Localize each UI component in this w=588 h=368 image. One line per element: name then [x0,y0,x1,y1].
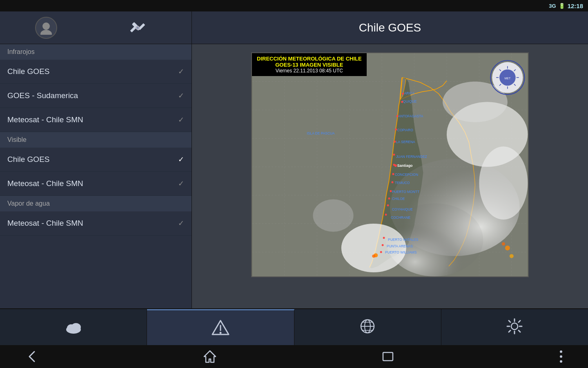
svg-line-103 [509,321,510,322]
svg-point-1 [40,30,52,35]
sidebar: InfrarojosChile GOES✓GOES - Sudamerica✓M… [0,44,192,345]
svg-text:IQUIQUE: IQUIQUE [402,99,417,103]
svg-point-73 [396,115,398,117]
svg-point-80 [390,190,392,192]
sidebar-item-label-chile-goes-vis: Chile GOES [7,155,49,164]
recent-apps-icon [381,349,395,364]
satellite-button[interactable] [119,14,156,42]
map-container: DIRECCIÓN METEOROLÓGICA DE CHILE GOES-13… [251,52,529,277]
tab-maps[interactable] [294,309,441,345]
sidebar-section-vapor-de-agua: Vapor de agua [0,196,192,211]
svg-text:PUERTO WILLIAMS: PUERTO WILLIAMS [385,250,417,254]
svg-text:COCHRANE: COCHRANE [391,215,411,220]
tab-icon-alerts [211,318,230,338]
sidebar-item-chile-goes-vis[interactable]: Chile GOES✓ [0,148,192,172]
sidebar-item-label-chile-goes-ir: Chile GOES [7,67,49,76]
svg-marker-107 [204,351,216,362]
svg-text:Santiago: Santiago [397,164,413,168]
map-date-line: Viernes 22.11.2013 08:45 UTC [257,68,362,74]
sidebar-item-check-meteosat-smn-vis: ✓ [178,179,184,188]
signal-indicator: 3G [549,3,556,9]
satellite-map-image: -10 -20 -30 -40 -50 [252,53,528,276]
sidebar-item-chile-goes-ir[interactable]: Chile GOES✓ [0,60,192,84]
svg-text:COPIARO: COPIARO [397,128,413,132]
svg-text:ARICA: ARICA [404,91,415,95]
svg-point-39 [502,242,505,246]
svg-text:ANTOFAGASTA: ANTOFAGASTA [398,114,423,118]
map-title-line2: GOES-13 IMAGEN VISIBLE [257,62,362,68]
svg-point-0 [42,22,50,30]
sidebar-item-label-meteosat-smn-ir: Meteosat - Chile SMN [7,115,83,124]
avatar[interactable] [35,17,57,39]
svg-point-83 [385,214,387,216]
svg-point-82 [387,204,389,206]
back-button[interactable] [24,349,39,364]
svg-text:MET: MET [505,77,511,80]
svg-point-34 [479,146,528,220]
svg-rect-108 [383,352,393,361]
svg-point-35 [313,199,353,231]
sidebar-item-check-meteosat-smn-ir: ✓ [178,115,184,124]
svg-text:TEMUCO: TEMUCO [395,181,410,185]
satellite-icon [127,17,148,38]
svg-point-111 [560,360,562,363]
svg-point-40 [510,254,514,258]
sidebar-item-goes-sudamerica[interactable]: GOES - Sudamerica✓ [0,84,192,108]
sidebar-section-visible: Visible [0,132,192,148]
svg-point-85 [382,244,384,246]
svg-point-6 [137,27,138,29]
time-display: 12:18 [568,2,583,9]
tab-settings[interactable] [441,309,588,345]
sidebar-item-label-goes-sudamerica: GOES - Sudamerica [7,91,78,100]
svg-point-79 [391,181,393,183]
sidebar-item-check-chile-goes-ir: ✓ [178,67,184,76]
svg-point-71 [402,93,404,95]
recent-apps-button[interactable] [381,349,395,364]
svg-point-81 [388,197,390,200]
svg-line-105 [519,321,520,322]
tab-weather[interactable] [0,309,147,345]
tab-icon-settings [505,317,524,337]
svg-point-89 [71,323,81,331]
svg-text:ISLA DE PASCUA: ISLA DE PASCUA [307,131,335,135]
sidebar-item-meteosat-smn-vap[interactable]: Meteosat - Chile SMN✓ [0,211,192,236]
svg-point-86 [380,251,382,253]
svg-point-84 [383,237,385,239]
svg-point-75 [394,141,396,143]
svg-point-78 [392,173,394,175]
sidebar-item-check-chile-goes-vis: ✓ [178,155,184,164]
svg-text:CHILOE: CHILOE [392,197,405,201]
svg-text:PUERTO NATALES: PUERTO NATALES [388,238,419,242]
page-title: Chile GOES [192,21,588,34]
tab-alerts[interactable] [147,309,294,345]
map-area: DIRECCIÓN METEOROLÓGICA DE CHILE GOES-13… [192,44,588,345]
svg-line-106 [509,330,510,332]
home-icon [203,349,217,364]
sidebar-item-meteosat-smn-vis[interactable]: Meteosat - Chile SMN✓ [0,172,192,196]
navigation-bar [0,345,588,368]
svg-point-109 [560,350,562,353]
more-options-button[interactable] [559,349,564,364]
svg-point-76 [393,154,395,156]
svg-point-98 [511,323,518,330]
svg-text:LA SERENA: LA SERENA [396,140,415,144]
content-area: InfrarojosChile GOES✓GOES - Sudamerica✓M… [0,44,588,345]
svg-point-77 [393,164,395,166]
sidebar-section-infrarojos: Infrarojos [0,44,192,60]
home-button[interactable] [203,349,217,364]
svg-point-92 [219,332,221,334]
map-header: DIRECCIÓN METEOROLÓGICA DE CHILE GOES-13… [252,53,367,76]
svg-text:CONCEPCION: CONCEPCION [395,173,418,177]
back-icon [24,349,39,364]
svg-point-110 [560,355,562,358]
tab-icon-weather [64,317,83,337]
sidebar-item-meteosat-smn-ir[interactable]: Meteosat - Chile SMN✓ [0,108,192,132]
sidebar-item-check-meteosat-smn-vap: ✓ [178,219,184,228]
svg-text:PUERTO MONTT: PUERTO MONTT [392,190,419,194]
main-container: Chile GOES InfrarojosChile GOES✓GOES - S… [0,11,588,345]
more-options-icon [559,349,564,364]
map-title-line1: DIRECCIÓN METEOROLÓGICA DE CHILE [257,56,362,62]
sidebar-item-label-meteosat-smn-vis: Meteosat - Chile SMN [7,179,83,188]
svg-point-37 [372,254,375,258]
sidebar-item-check-goes-sudamerica: ✓ [178,91,184,100]
